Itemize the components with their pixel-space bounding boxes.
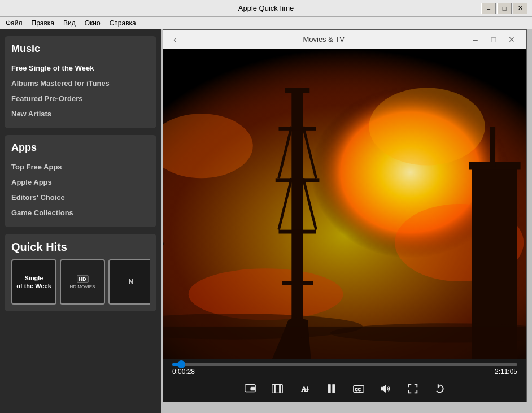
menu-window[interactable]: Окно [81,18,104,28]
apps-section: Apps Top Free Apps Apple Apps Editors' C… [5,135,156,227]
svg-rect-10 [276,178,320,182]
svg-rect-9 [278,127,316,131]
svg-point-6 [369,88,485,166]
pause-icon [325,382,338,395]
fullscreen-icon [407,382,419,395]
replay-button[interactable] [431,380,448,397]
video-thumbnail [163,49,526,359]
loop-icon [244,382,256,395]
quick-hits-title: Quick Hits [11,241,150,254]
sidebar-item-albums[interactable]: Albums Mastered for iTunes [11,76,150,91]
title-controls: – □ ✕ [481,3,527,14]
hd-movies-label: HD MOVIES [70,284,95,289]
single-week-label: Singleof the Week [14,272,54,293]
pause-button[interactable] [323,380,340,397]
quick-hit-single-week[interactable]: Singleof the Week [11,259,56,305]
app-title: Apple QuickTime [238,4,294,12]
menu-bar: Файл Правка Вид Окно Справка [0,17,532,29]
time-row: 0:00:28 2:11:05 [172,368,517,376]
quick-hits-items: Singleof the Week HD HD MOVIES N [11,259,150,305]
svg-rect-23 [163,243,164,246]
volume-button[interactable] [377,380,394,397]
hd-badge: HD [77,275,89,283]
sidebar-item-game-collections[interactable]: Game Collections [11,205,150,220]
video-controls: 0:00:28 2:11:05 [163,359,526,402]
video-close-button[interactable]: ✕ [504,33,520,46]
sidebar-item-top-free[interactable]: Top Free Apps [11,159,150,175]
caption-style-button[interactable]: A [296,380,313,397]
sidebar-item-preorders[interactable]: Featured Pre-Orders [11,91,150,106]
svg-point-5 [189,268,343,320]
trim-button[interactable] [269,380,286,397]
svg-rect-36 [332,385,334,393]
music-section-title: Music [11,43,150,55]
svg-rect-12 [282,281,313,285]
current-time: 0:00:28 [172,368,195,376]
video-area[interactable] [163,49,526,359]
svg-rect-11 [278,230,316,234]
video-minimize-button[interactable]: – [468,33,483,46]
volume-icon [380,382,392,395]
svg-rect-35 [328,385,330,393]
svg-rect-28 [250,387,254,390]
controls-row: A CC [172,380,517,397]
apps-section-title: Apps [11,142,150,154]
svg-text:CC: CC [355,387,361,392]
progress-dot [177,360,185,368]
video-win-controls: – □ ✕ [468,33,520,46]
menu-file[interactable]: Файл [2,18,26,28]
quick-hit-hd-movies[interactable]: HD HD MOVIES [60,259,105,305]
replay-icon [434,382,446,395]
third-item-label: N [129,278,134,286]
sidebar-item-free-single[interactable]: Free Single of the Week [11,60,150,76]
svg-rect-8 [285,88,309,93]
cc-icon: CC [352,382,365,395]
music-section: Music Free Single of the Week Albums Mas… [5,36,156,128]
video-maximize-button[interactable]: □ [486,33,502,46]
fullscreen-button[interactable] [404,380,421,397]
quick-hits-section: Quick Hits Singleof the Week HD HD MOVIE… [5,234,156,311]
menu-edit[interactable]: Правка [28,18,58,28]
cc-button[interactable]: CC [350,380,367,397]
menu-view[interactable]: Вид [60,18,79,28]
sidebar-item-apple-apps[interactable]: Apple Apps [11,175,150,190]
loop-button[interactable] [242,380,259,397]
svg-marker-40 [438,384,440,388]
svg-rect-30 [274,385,275,393]
svg-rect-31 [279,385,280,393]
sidebar-item-new-artists[interactable]: New Artists [11,106,150,121]
video-title: Movies & TV [184,35,463,44]
svg-rect-20 [490,127,495,167]
total-time: 2:11:05 [495,368,517,376]
sidebar: Music Free Single of the Week Albums Mas… [0,29,161,413]
progress-bar-track[interactable] [172,363,517,366]
video-window: ‹ Movies & TV – □ ✕ [163,29,527,402]
title-bar: Apple QuickTime – □ ✕ [0,0,532,17]
quick-hit-third[interactable]: N [108,259,150,305]
video-title-bar: ‹ Movies & TV – □ ✕ [163,30,526,49]
caption-style-icon: A [298,382,311,395]
minimize-button[interactable]: – [481,3,496,14]
maximize-button[interactable]: □ [497,3,512,14]
svg-rect-29 [272,385,282,393]
trim-icon [271,382,284,395]
sidebar-item-editors-choice[interactable]: Editors' Choice [11,190,150,205]
menu-help[interactable]: Справка [106,18,139,28]
progress-bar-container [172,363,517,366]
svg-marker-39 [381,385,385,393]
close-button[interactable]: ✕ [513,3,527,14]
video-back-button[interactable]: ‹ [170,33,180,46]
